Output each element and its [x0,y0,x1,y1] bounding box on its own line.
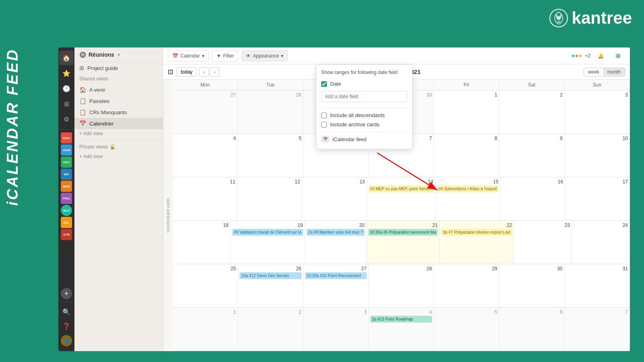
cal-event[interactable]: #5 Validation travail de Clément sur le [232,229,303,236]
nav-passees[interactable]: 📋 Passées [74,95,163,107]
cal-event[interactable]: 10:30a #10 Point Recrutement [305,272,367,279]
cal-cell[interactable]: 21 10:30a #6 Préparation lancement fea [367,221,440,264]
sidebar-icon-sal[interactable]: SAL [61,217,72,228]
cal-event[interactable]: 2a #8 Maintien visio Ket muc ? [307,229,365,236]
cal-event[interactable]: 2p #13 Point Roadmap [370,316,432,323]
cal-cell[interactable]: 28 [238,90,303,134]
sidebar-icon-star[interactable]: ⭐ [59,66,74,80]
cal-cell[interactable]: 18 [173,221,231,264]
cal-cell[interactable]: 3 [565,90,630,134]
dots-button[interactable] [572,55,582,57]
add-date-field-input[interactable] [321,91,407,102]
cal-size-toggle[interactable]: ⊡ [168,68,173,76]
cal-cell[interactable]: 24 [572,221,630,264]
cal-cell[interactable]: 2 [238,308,303,351]
descendants-checkbox[interactable] [321,113,327,118]
sidebar-icon-dev[interactable]: DEV [61,156,72,168]
cal-cell[interactable]: 19 #5 Validation travail de Clément sur … [231,221,305,264]
notifications-button[interactable]: 🔔 [594,50,608,62]
sidebar-icon-nls[interactable]: NLS [61,205,72,216]
cal-cell[interactable]: 16 [500,177,565,220]
cal-cell[interactable]: 10 [565,134,630,177]
sidebar-icon-adm[interactable]: ADM [61,144,72,156]
cal-cell[interactable]: 4 [173,134,238,177]
cal-cell[interactable]: 27 [173,90,238,134]
sidebar-icon-mar[interactable]: MAR [61,181,72,192]
archive-checkbox[interactable] [321,122,327,128]
filter-icon: ▼ [217,53,221,59]
cal-event[interactable]: 10:30a #6 Préparation lancement fea [368,229,438,236]
cal-cell[interactable]: 7 [565,308,630,351]
filter-button[interactable]: ▼ Filter [212,50,239,62]
cal-event[interactable]: #3 MEP ou pas MEP, point Servier [369,185,433,192]
cal-cell[interactable]: 23 [514,221,572,264]
sidebar-avatar[interactable]: 👤 [59,333,74,348]
cal-cell[interactable]: 31 [565,264,630,307]
add-view-1[interactable]: + Add view [74,129,163,138]
add-view-2[interactable]: + Add view [74,152,163,161]
cal-cell[interactable]: 12 [237,177,302,220]
cal-cell[interactable]: 3 [303,308,369,351]
calendar-view-button[interactable]: 📅 Calendar ▾ [168,50,209,62]
sidebar-icon-grid[interactable]: ⊞ [59,97,74,111]
cal-cell[interactable]: 22 3p #7 Préparation réunion export Leyt [440,221,514,264]
sidebar-icon-pro[interactable]: PRO [61,193,72,204]
settings-button[interactable]: ⚙️ [611,50,625,62]
date-checkbox[interactable] [321,81,327,87]
nav-crs[interactable]: 📋 CRs Manquants [74,107,163,118]
appearance-button[interactable]: 👁 Appearance ▾ [242,50,288,62]
nav-calendrier[interactable]: 📅 Calendrier [74,118,163,129]
nav-avenir[interactable]: 🏠 A venir [74,84,163,95]
cal-cell[interactable]: 8 [434,134,499,177]
cal-cell[interactable]: 13 [302,177,367,220]
cal-date: 28 [370,266,432,272]
cal-cell[interactable]: 20 2a #8 Maintien visio Ket muc ? [305,221,367,264]
cal-event[interactable]: 3p #7 Préparation réunion export Leyt [441,229,512,236]
cal-date: 17 [567,179,628,185]
cal-date: 20 [307,222,365,228]
sidebar-icon-help[interactable]: ❓ [59,319,74,333]
sidebar-icon-clock[interactable]: 🕐 [59,81,74,96]
nav-guide[interactable]: ⊞ Project guide [74,62,163,74]
sidebar-icon-settings[interactable]: ⚙ [59,112,74,126]
sidebar-icon-str[interactable]: STR [61,229,72,240]
cal-cell[interactable]: 5 [434,308,499,351]
expand-icon[interactable]: ⊡ [168,68,173,76]
next-month-button[interactable]: › [210,67,219,77]
nav-header[interactable]: 🔘 Réunions ▾ [74,47,163,62]
cal-cell[interactable]: 29 [434,264,499,307]
cal-cell[interactable]: 26 10a #12 Devis Dev Servier [238,264,303,307]
cal-cell[interactable]: 9 [499,134,564,177]
cal-cell[interactable]: 27 10:30a #10 Point Recrutement [303,264,369,307]
sidebar-icon-home[interactable]: 🏠 [59,51,74,65]
cal-cell[interactable]: 14 #3 MEP ou pas MEP, point Servier [367,177,436,220]
prev-month-button[interactable]: ‹ [199,67,209,77]
cal-cell[interactable]: 5 [238,134,303,177]
cal-cell[interactable]: 6 [499,308,564,351]
cal-cell[interactable]: 4 2p #13 Point Roadmap [369,308,434,351]
cal-cell[interactable]: 15 #4 Subventions / Aides à l'export [436,177,501,220]
cal-cell[interactable]: 30 [499,264,564,307]
cal-event[interactable]: #4 Subventions / Aides à l'export [437,185,499,192]
month-view-button[interactable]: month [603,68,625,76]
cal-cell[interactable]: 2 [499,90,564,134]
sidebar-icon-dng[interactable]: DNG [61,132,72,144]
cal-cell[interactable]: 1 [434,90,499,134]
cal-cell[interactable]: 11 [173,177,237,220]
cal-cell[interactable]: 1 [173,308,238,351]
sidebar-icon-search[interactable]: 🔍 [59,304,74,319]
ical-row[interactable]: 📅 iCalendar feed [321,134,407,144]
today-button[interactable]: today [176,67,197,77]
cal-date: 10 [566,136,628,141]
ical-label: iCalendar feed [332,136,367,142]
view-toggle: week month [584,68,625,76]
cal-cell[interactable]: 17 [565,177,630,220]
sidebar-icon-inf[interactable]: INF [61,169,72,180]
cal-event[interactable]: 10a #12 Devis Dev Servier [239,272,301,279]
week-view-button[interactable]: week [584,68,603,76]
add-workspace-button[interactable]: + [61,288,72,299]
appearance-dropdown-icon: ▾ [281,53,283,59]
cal-cell[interactable]: 25 [173,264,238,307]
cal-cell[interactable]: 28 [369,264,434,307]
sidebar-bottom: + 🔍 ❓ 👤 [59,286,74,348]
